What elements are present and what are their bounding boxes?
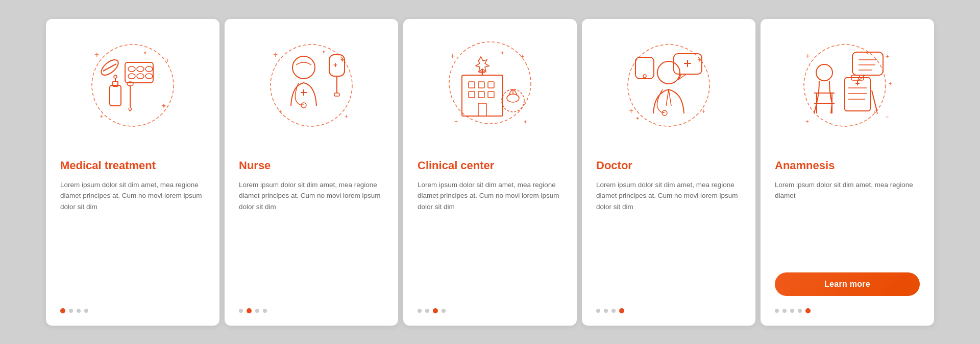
svg-text:+: +: [273, 50, 278, 59]
svg-text:+: +: [702, 108, 705, 115]
dot[interactable]: [611, 309, 616, 313]
illustration-doctor: + + ✦ ✦: [596, 34, 741, 147]
svg-text:✦: ✦: [500, 50, 504, 56]
svg-rect-10: [110, 85, 121, 106]
svg-text:+: +: [629, 106, 633, 115]
svg-rect-3: [125, 62, 153, 83]
card-body: Lorem ipsum dolor sit dim amet, mea regi…: [60, 179, 205, 296]
svg-point-8: [137, 74, 144, 79]
card-dots: [596, 308, 624, 313]
svg-point-9: [145, 74, 153, 79]
card-title: Medical treatment: [60, 159, 156, 172]
card-anamnesis: + + + ○ ✦ ✦ Anamnesis Lorem ipsum dolor …: [761, 19, 934, 326]
svg-rect-40: [469, 91, 475, 98]
svg-text:✦: ✦: [865, 50, 869, 56]
svg-text:+: +: [333, 61, 337, 69]
dot[interactable]: [69, 309, 73, 313]
svg-rect-43: [478, 103, 486, 116]
dot[interactable]: [77, 309, 81, 313]
card-body: Lorem ipsum dolor sit dim amet, mea regi…: [775, 179, 920, 263]
dot[interactable]: [255, 309, 259, 313]
card-doctor: + + ✦ ✦ Doctor Lorem ipsum dolor sit dim…: [582, 19, 755, 326]
svg-text:✦: ✦: [339, 56, 346, 64]
svg-text:✦: ✦: [278, 109, 282, 114]
svg-text:+: +: [100, 113, 103, 120]
svg-text:+: +: [94, 50, 99, 59]
svg-point-5: [137, 66, 144, 72]
card-body: Lorem ipsum dolor sit dim amet, mea regi…: [239, 179, 384, 296]
svg-text:✦: ✦: [161, 102, 167, 110]
card-title: Anamnesis: [775, 159, 835, 172]
dot[interactable]: [84, 309, 88, 313]
svg-point-7: [128, 74, 135, 79]
svg-rect-39: [488, 82, 494, 88]
card-dots: [775, 308, 811, 313]
card-body: Lorem ipsum dolor sit dim amet, mea regi…: [596, 179, 741, 296]
svg-text:✦: ✦: [523, 119, 527, 125]
dot[interactable]: [596, 309, 600, 313]
svg-rect-55: [635, 57, 654, 79]
dot-active[interactable]: [433, 308, 438, 313]
illustration-medical-treatment: + + + ✦ ✦: [60, 34, 205, 147]
card-medical-treatment: + + + ✦ ✦ Medical treatment Lorem ipsum …: [46, 19, 219, 326]
svg-line-62: [669, 89, 671, 106]
card-title: Doctor: [596, 159, 632, 172]
svg-rect-41: [478, 91, 484, 98]
svg-point-60: [657, 61, 680, 84]
svg-rect-36: [462, 75, 503, 116]
dot[interactable]: [604, 309, 608, 313]
card-dots: [60, 308, 88, 313]
svg-rect-37: [469, 82, 475, 88]
svg-rect-24: [334, 93, 339, 96]
svg-text:+: +: [521, 53, 524, 60]
svg-text:○: ○: [886, 114, 889, 120]
dot-active[interactable]: [60, 308, 65, 313]
svg-text:+: +: [166, 57, 169, 64]
dot[interactable]: [790, 309, 794, 313]
svg-text:✦: ✦: [322, 49, 326, 55]
svg-text:+: +: [454, 118, 458, 125]
svg-text:+: +: [345, 113, 348, 120]
card-title: Clinical center: [418, 159, 494, 172]
dot-active[interactable]: [805, 308, 811, 313]
dot[interactable]: [442, 309, 446, 313]
illustration-nurse: + + + ✦ ✦ ✦: [239, 34, 384, 147]
dot[interactable]: [263, 309, 267, 313]
dot[interactable]: [775, 309, 779, 313]
card-title: Nurse: [239, 159, 271, 172]
svg-text:✦: ✦: [635, 116, 640, 121]
svg-text:+: +: [805, 118, 809, 125]
svg-line-87: [872, 90, 877, 111]
dot[interactable]: [425, 309, 429, 313]
svg-point-47: [507, 94, 519, 102]
dot-active[interactable]: [247, 308, 252, 313]
svg-rect-42: [488, 91, 494, 98]
svg-point-63: [662, 110, 667, 116]
svg-point-26: [292, 56, 315, 79]
svg-text:✦: ✦: [143, 50, 147, 56]
learn-more-button[interactable]: Learn more: [775, 272, 920, 296]
svg-point-4: [128, 66, 135, 72]
dot[interactable]: [239, 309, 243, 313]
dot[interactable]: [782, 309, 787, 313]
svg-point-77: [816, 64, 832, 81]
svg-text:✦: ✦: [697, 56, 703, 64]
svg-line-61: [666, 89, 669, 106]
card-nurse: + + + ✦ ✦ ✦ Nurse Lorem: [225, 19, 398, 326]
dot[interactable]: [798, 309, 802, 313]
card-dots: [239, 308, 267, 313]
dot[interactable]: [418, 309, 422, 313]
dot-active[interactable]: [619, 308, 624, 313]
cards-container: + + + ✦ ✦ Medical treatment Lorem ipsum …: [0, 4, 980, 341]
svg-point-6: [145, 66, 153, 72]
illustration-clinical-center: + + + ✦ ✦: [418, 34, 562, 147]
svg-text:+: +: [450, 52, 455, 60]
svg-text:✦: ✦: [888, 81, 892, 86]
card-clinical-center: + + + ✦ ✦ Clinical center Lorem ipsum do…: [403, 19, 577, 326]
svg-text:+: +: [886, 53, 889, 60]
svg-point-56: [643, 75, 646, 78]
svg-rect-38: [478, 82, 484, 88]
illustration-anamnesis: + + + ○ ✦ ✦: [775, 34, 920, 147]
svg-text:+: +: [805, 52, 810, 60]
card-dots: [418, 308, 446, 313]
